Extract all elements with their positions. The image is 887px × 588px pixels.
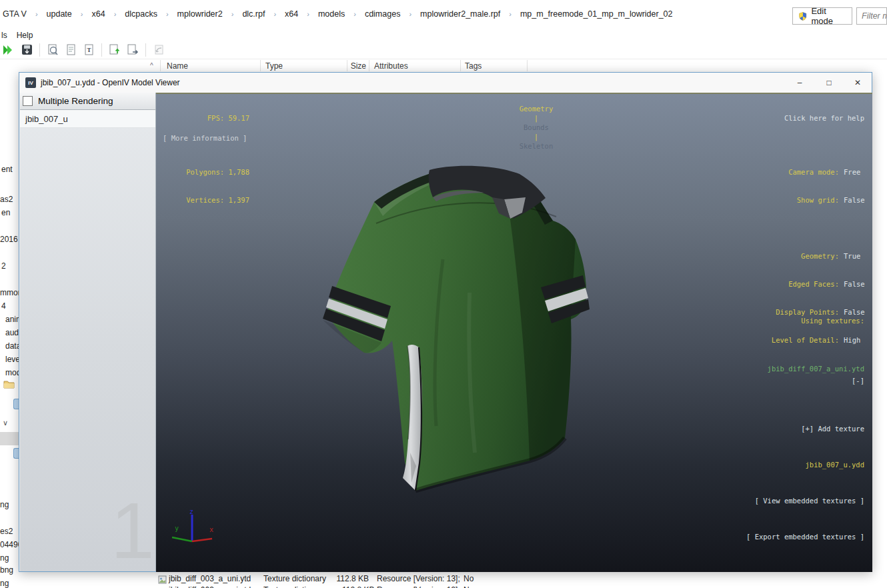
breadcrumb-item[interactable]: dlc.rpf bbox=[242, 9, 265, 19]
run-icon[interactable] bbox=[2, 43, 15, 57]
uac-shield-icon bbox=[798, 11, 807, 21]
tree-node[interactable]: 2016 bbox=[0, 235, 18, 244]
breadcrumb-separator-icon: › bbox=[35, 10, 38, 18]
viewport-tabs: Geometry | Bounds | Skeleton bbox=[156, 95, 872, 160]
multiple-rendering-checkbox[interactable] bbox=[23, 96, 33, 106]
setting-camera-mode[interactable]: Camera mode: Free bbox=[772, 167, 864, 177]
toolbar-separator bbox=[145, 43, 146, 57]
breadcrumb-item[interactable]: models bbox=[318, 9, 345, 19]
title-bar[interactable]: IV jbib_007_u.ydd - OpenIV Model Viewer … bbox=[19, 73, 872, 93]
column-divider bbox=[369, 60, 369, 71]
column-header-size[interactable]: Size bbox=[337, 61, 366, 71]
column-header-attributes[interactable]: Attributes bbox=[374, 61, 408, 71]
filter-input[interactable]: Filter m bbox=[856, 7, 887, 25]
view-embedded-textures-button[interactable]: [ View embedded textures ] bbox=[734, 495, 864, 507]
tree-node[interactable]: 4 bbox=[1, 301, 6, 311]
breadcrumb-item[interactable]: cdimages bbox=[365, 9, 401, 19]
axis-y-label: y bbox=[175, 525, 179, 532]
tab-bounds[interactable]: Bounds bbox=[524, 123, 549, 131]
breadcrumb-item[interactable]: mplowrider2 bbox=[177, 9, 223, 19]
breadcrumb-separator-icon: › bbox=[114, 10, 117, 18]
remove-texture-button[interactable]: [-] bbox=[852, 377, 864, 385]
polygons-value: Polygons: 1,788 bbox=[183, 167, 249, 177]
menu-item-help[interactable]: Help bbox=[17, 31, 33, 40]
tab-skeleton[interactable]: Skeleton bbox=[520, 142, 554, 150]
column-header-type[interactable]: Type bbox=[265, 61, 283, 71]
folder-icon[interactable] bbox=[3, 380, 15, 392]
tab-separator: | bbox=[530, 133, 542, 141]
model-list-panel: Multiple Rendering jbib_007_u 1 bbox=[20, 93, 156, 571]
breadcrumb-separator-icon: › bbox=[81, 10, 83, 18]
tree-node[interactable]: ng bbox=[0, 500, 9, 509]
maximize-button[interactable]: □ bbox=[814, 73, 844, 93]
breadcrumb-separator-icon: › bbox=[273, 10, 276, 18]
breadcrumb-item[interactable]: GTA V bbox=[3, 9, 27, 19]
column-header-tags[interactable]: Tags bbox=[465, 61, 482, 71]
add-texture-button[interactable]: [+] Add texture bbox=[734, 423, 864, 435]
close-button[interactable]: ✕ bbox=[843, 73, 872, 93]
tree-node[interactable]: ent bbox=[1, 165, 13, 174]
column-divider bbox=[160, 60, 161, 71]
export-icon[interactable] bbox=[126, 43, 139, 57]
breadcrumb-item[interactable]: x64 bbox=[91, 9, 105, 19]
menu-item-partial[interactable]: ls bbox=[1, 31, 7, 40]
save-icon[interactable] bbox=[20, 43, 33, 57]
breadcrumb-separator-icon: › bbox=[231, 10, 234, 18]
edit-mode-button[interactable]: Edit mode bbox=[792, 7, 852, 25]
table-row-clipped[interactable]: jbib_diff_003_a_uni.ytd Texture dictiona… bbox=[155, 585, 887, 588]
toolbar: T bbox=[2, 41, 165, 59]
help-link[interactable]: Click here for help bbox=[772, 113, 864, 123]
model-list-item[interactable]: jbib_007_u bbox=[20, 110, 155, 128]
file-row-tags: No bbox=[464, 574, 474, 583]
setting-label: Show grid: bbox=[797, 195, 839, 205]
filter-input-text: Filter m bbox=[862, 11, 887, 21]
column-header-name[interactable]: Name bbox=[167, 61, 188, 71]
import-icon[interactable] bbox=[108, 43, 121, 57]
tab-geometry[interactable]: Geometry bbox=[520, 105, 554, 113]
tree-selected-row[interactable] bbox=[0, 432, 19, 445]
setting-edged-faces[interactable]: Edged Faces: False bbox=[772, 279, 864, 289]
edit-text-icon[interactable]: T bbox=[82, 43, 95, 57]
breadcrumb-item[interactable]: mp_m_freemode_01_mp_m_lowrider_02 bbox=[520, 9, 673, 19]
setting-geometry[interactable]: Geometry: True bbox=[772, 251, 864, 261]
setting-label: Edged Faces: bbox=[788, 279, 839, 289]
breadcrumb-separator-icon: › bbox=[307, 10, 309, 18]
tree-node[interactable]: as2 bbox=[0, 195, 13, 204]
minimize-button[interactable]: – bbox=[785, 73, 814, 93]
view-document-icon[interactable] bbox=[64, 43, 77, 57]
file-row-attributes: Resource [Version: 13]; bbox=[377, 574, 460, 583]
watermark-digit: 1 bbox=[111, 491, 155, 570]
preview-icon[interactable] bbox=[46, 43, 59, 57]
texture-file-link[interactable]: jbib_diff_007_a_uni.ytd bbox=[768, 365, 864, 373]
column-divider bbox=[460, 60, 461, 71]
tab-separator: | bbox=[530, 114, 542, 122]
breadcrumb-item[interactable]: update bbox=[47, 9, 72, 19]
tree-node[interactable]: es2 bbox=[0, 527, 13, 536]
menu-bar: ls Help bbox=[0, 31, 33, 40]
revert-icon[interactable] bbox=[152, 43, 165, 57]
setting-value: True bbox=[839, 251, 864, 261]
file-row-name[interactable]: jbib_diff_003_a_uni.ytd bbox=[169, 574, 251, 583]
file-row-attributes: Resource [Version: 13]; bbox=[377, 585, 460, 588]
breadcrumb-separator-icon: › bbox=[166, 10, 169, 18]
setting-value: False bbox=[839, 195, 864, 205]
breadcrumb-item[interactable]: dlcpacks bbox=[125, 9, 157, 19]
model-file-label: jbib_007_u.ydd bbox=[734, 459, 864, 471]
chevron-down-icon[interactable]: ∨ bbox=[3, 419, 8, 427]
tree-node[interactable]: ng bbox=[0, 579, 9, 588]
axis-x-label: x bbox=[209, 526, 213, 533]
breadcrumb-item[interactable]: x64 bbox=[285, 9, 298, 19]
export-embedded-textures-button[interactable]: [ Export embedded textures ] bbox=[734, 531, 864, 543]
tree-node[interactable]: ng bbox=[0, 553, 9, 563]
setting-value: Free bbox=[839, 167, 864, 177]
viewport-3d[interactable]: FPS: 59.17 Polygons: 1,788 Vertices: 1,3… bbox=[156, 93, 872, 572]
toolbar-separator bbox=[101, 43, 102, 57]
setting-show-grid[interactable]: Show grid: False bbox=[772, 195, 864, 205]
tree-node[interactable]: bng bbox=[0, 565, 13, 575]
column-divider bbox=[347, 60, 347, 71]
breadcrumb-item[interactable]: mplowrider2_male.rpf bbox=[420, 9, 500, 19]
sort-indicator-icon[interactable]: ^ bbox=[150, 62, 153, 69]
tree-node[interactable]: en bbox=[1, 208, 10, 217]
tree-node[interactable]: 2 bbox=[1, 261, 6, 271]
file-row-type: Texture dictionary bbox=[263, 585, 326, 588]
